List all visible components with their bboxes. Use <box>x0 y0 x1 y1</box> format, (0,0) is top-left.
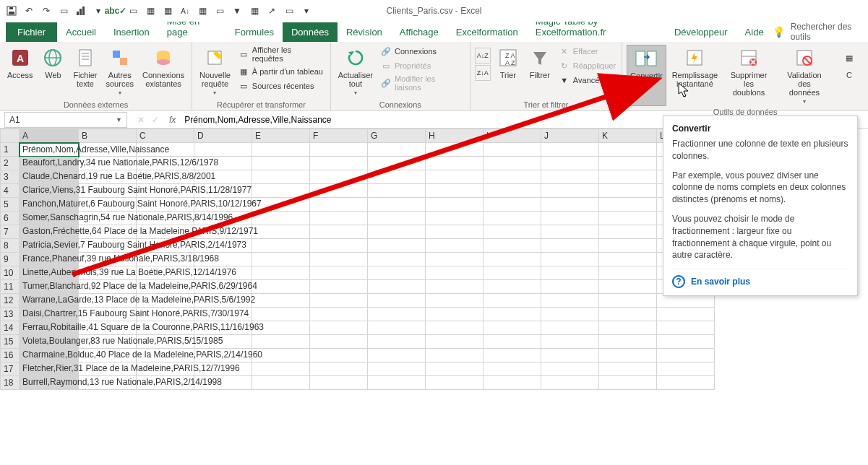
cell-F5[interactable] <box>310 198 368 212</box>
column-header-A[interactable]: A <box>20 129 79 143</box>
remplissage-instantane-button[interactable]: Remplissage instantané <box>669 45 721 106</box>
cell-K8[interactable] <box>599 239 657 253</box>
cell-J9[interactable] <box>541 253 599 266</box>
cell-I17[interactable] <box>484 362 541 376</box>
cell-A14[interactable]: Ferrau,Robitaille,41 Square de la Couron… <box>20 321 79 335</box>
cell-E4[interactable] <box>252 184 310 198</box>
undo-icon[interactable]: ↶ <box>23 5 35 17</box>
cell-J2[interactable] <box>541 157 599 170</box>
cell-A16[interactable]: Charmaine,Bolduc,40 Place de la Madelein… <box>20 349 79 362</box>
cell-E9[interactable] <box>252 253 310 266</box>
row-header-6[interactable]: 6 <box>1 212 20 225</box>
cell-A17[interactable]: Fletcher,Rier,31 Place de la Madeleine,P… <box>20 362 79 376</box>
row-header-3[interactable]: 3 <box>1 170 20 184</box>
cell-K1[interactable] <box>599 143 657 157</box>
cell-H5[interactable] <box>426 198 484 212</box>
column-header-I[interactable]: I <box>484 129 541 143</box>
column-header-B[interactable]: B <box>79 129 137 143</box>
row-header-1[interactable]: 1 <box>1 143 20 157</box>
cell-I18[interactable] <box>484 376 541 390</box>
cell-A3[interactable]: Claude,Chenard,19 rue La Boétie,PARIS,8/… <box>20 170 79 184</box>
cell-E18[interactable] <box>252 376 310 390</box>
name-box[interactable]: A1 ▼ <box>4 112 127 128</box>
cell-H4[interactable] <box>426 184 484 198</box>
convertir-button[interactable]: Convertir <box>627 45 666 106</box>
cell-F12[interactable] <box>310 294 368 308</box>
cell-A7[interactable]: Gaston,Fréchette,64 Place de la Madelein… <box>20 225 79 239</box>
cell-J6[interactable] <box>541 212 599 225</box>
cell-F2[interactable] <box>310 157 368 170</box>
cell-L18[interactable] <box>657 376 715 390</box>
cell-F3[interactable] <box>310 170 368 184</box>
freeze-icon[interactable]: ▦ <box>197 5 208 17</box>
column-header-F[interactable]: F <box>310 129 368 143</box>
row-header-5[interactable]: 5 <box>1 198 20 212</box>
row-header-4[interactable]: 4 <box>1 184 20 198</box>
cell-H7[interactable] <box>426 225 484 239</box>
cell-I6[interactable] <box>484 212 541 225</box>
cell-I10[interactable] <box>484 266 541 280</box>
cell-J8[interactable] <box>541 239 599 253</box>
avance-button[interactable]: ▼Avancé <box>557 74 617 87</box>
tab-developpeur[interactable]: Développeur <box>666 22 736 42</box>
cell-J18[interactable] <box>541 376 599 390</box>
cell-A13[interactable]: Daisi,Chartrer,15 Faubourg Saint Honoré,… <box>20 308 79 321</box>
save-icon[interactable] <box>6 5 17 17</box>
cell-A8[interactable]: Patricia,Sevier,7 Faubourg Saint Honoré,… <box>20 239 79 253</box>
cell-I4[interactable] <box>484 184 541 198</box>
web-button[interactable]: Web <box>38 45 67 99</box>
cell-E17[interactable] <box>252 362 310 376</box>
tab-accueil[interactable]: Accueil <box>57 22 105 42</box>
cell-H8[interactable] <box>426 239 484 253</box>
a-partir-tableau-button[interactable]: ▦À partir d'un tableau <box>236 65 326 78</box>
cell-G11[interactable] <box>368 280 426 294</box>
cell-I13[interactable] <box>484 308 541 321</box>
cell-I7[interactable] <box>484 225 541 239</box>
select-all-cell[interactable] <box>1 129 20 143</box>
cell-K13[interactable] <box>599 308 657 321</box>
cell-K16[interactable] <box>599 349 657 362</box>
cell-E11[interactable] <box>252 280 310 294</box>
access-button[interactable]: A Access <box>4 45 35 99</box>
cell-H15[interactable] <box>426 335 484 349</box>
fill-icon[interactable]: ▼ <box>231 5 243 17</box>
cell-I1[interactable] <box>484 143 541 157</box>
column-header-J[interactable]: J <box>541 129 599 143</box>
cell-A5[interactable]: Fanchon,Maturet,6 Faubourg Saint Honoré,… <box>20 198 79 212</box>
cell-J5[interactable] <box>541 198 599 212</box>
tab-revision[interactable]: Révision <box>338 22 391 42</box>
cell-H13[interactable] <box>426 308 484 321</box>
cell-K11[interactable] <box>599 280 657 294</box>
cell-J16[interactable] <box>541 349 599 362</box>
cell-L16[interactable] <box>657 349 715 362</box>
cell-A4[interactable]: Clarice,Viens,31 Faubourg Saint Honoré,P… <box>20 184 79 198</box>
cell-G12[interactable] <box>368 294 426 308</box>
cell-I15[interactable] <box>484 335 541 349</box>
print-preview-icon[interactable]: ▭ <box>214 5 225 17</box>
cell-F8[interactable] <box>310 239 368 253</box>
cell-K7[interactable] <box>599 225 657 239</box>
afficher-requetes-button[interactable]: ▭Afficher les requêtes <box>236 45 326 64</box>
cell-I3[interactable] <box>484 170 541 184</box>
connexions-button[interactable]: 🔗Connexions <box>379 45 465 58</box>
cell-K17[interactable] <box>599 362 657 376</box>
cell-G2[interactable] <box>368 157 426 170</box>
cell-K2[interactable] <box>599 157 657 170</box>
cell-E6[interactable] <box>252 212 310 225</box>
cell-H1[interactable] <box>426 143 484 157</box>
cell-A11[interactable]: Turner,Blanchard,92 Place de la Madelein… <box>20 280 79 294</box>
cell-K5[interactable] <box>599 198 657 212</box>
cell-H11[interactable] <box>426 280 484 294</box>
paste-icon[interactable]: ▭ <box>127 5 139 17</box>
autres-sources-button[interactable]: Autres sources ▾ <box>103 45 137 99</box>
tab-aide[interactable]: Aide <box>736 22 773 42</box>
tell-me[interactable]: Rechercher des outils <box>791 22 864 42</box>
row-header-16[interactable]: 16 <box>1 349 20 362</box>
consolider-button[interactable]: ▦ C <box>835 45 864 106</box>
trier-button[interactable]: Z AA Z Trier <box>494 45 523 99</box>
new-icon[interactable]: ▭ <box>58 5 69 17</box>
cell-A15[interactable]: Voleta,Boulanger,83 rue Nationale,PARIS,… <box>20 335 79 349</box>
cancel-formula-icon[interactable]: ✕ <box>137 115 145 125</box>
row-header-17[interactable]: 17 <box>1 362 20 376</box>
cell-A6[interactable]: Somer,Sanschagrin,54 rue Nationale,PARIS… <box>20 212 79 225</box>
